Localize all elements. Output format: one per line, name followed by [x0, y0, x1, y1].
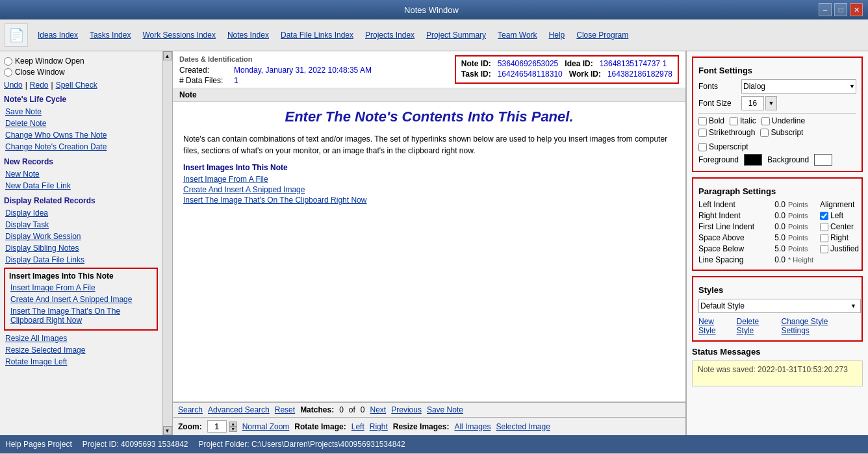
sidebar-item-rotate-image-left[interactable]: Rotate Image Left: [4, 357, 158, 367]
left-align-checkbox[interactable]: [820, 212, 828, 220]
note-content[interactable]: Enter The Note's Contents Into This Pane…: [173, 102, 685, 212]
status-messages-title: Status Messages: [692, 347, 863, 357]
right-indent-points: Points: [788, 212, 817, 220]
delete-style-btn[interactable]: Delete Style: [737, 317, 778, 335]
justified-align-checkbox[interactable]: [820, 245, 828, 253]
sidebar-item-display-task[interactable]: Display Task: [4, 220, 158, 230]
zoom-up-btn[interactable]: ▲: [229, 422, 237, 427]
background-swatch[interactable]: [814, 154, 832, 166]
bold-checkbox[interactable]: [698, 117, 707, 125]
rotate-left-link[interactable]: Left: [351, 422, 364, 431]
selected-image-link[interactable]: Selected Image: [496, 422, 550, 431]
foreground-swatch[interactable]: [744, 154, 762, 166]
center-content: Note ID: 53640692653025 Idea ID: 1364813…: [173, 51, 686, 435]
menu-item-work-sessions-index[interactable]: Work Sessions Index: [137, 29, 221, 41]
spell-check-link[interactable]: Spell Check: [56, 81, 97, 90]
reset-link[interactable]: Reset: [275, 405, 295, 414]
sidebar-item-resize-all-images[interactable]: Resize All Images: [4, 333, 158, 344]
first-line-indent-label: First Line Indent: [698, 222, 757, 231]
sidebar-item-display-sibling-notes[interactable]: Display Sibling Notes: [4, 243, 158, 253]
maximize-button[interactable]: □: [834, 3, 847, 16]
sidebar-item-insert-image-file[interactable]: Insert Image From A File: [9, 283, 153, 293]
task-id-row: Task ID: 164246548118310 Work ID: 164382…: [461, 69, 672, 79]
redo-link[interactable]: Redo: [30, 81, 49, 90]
rotate-right-link[interactable]: Right: [370, 422, 388, 431]
bold-checkbox-item[interactable]: Bold: [698, 116, 724, 125]
note-section: Note Enter The Note's Contents Into This…: [173, 88, 685, 401]
keep-window-radio[interactable]: Keep Window Open: [4, 57, 158, 66]
scroll-down-arrow[interactable]: ▼: [163, 426, 172, 435]
note-insert-link-1[interactable]: Insert Image From A File: [183, 175, 675, 184]
right-align-checkbox[interactable]: [820, 234, 828, 242]
menu-item-team-work[interactable]: Team Work: [492, 29, 542, 41]
left-align-cb-item[interactable]: Left: [820, 211, 868, 220]
zoom-down-btn[interactable]: ▼: [229, 427, 237, 432]
new-style-btn[interactable]: New Style: [698, 317, 733, 335]
zoom-control[interactable]: ▲ ▼: [207, 420, 237, 433]
normal-zoom-link[interactable]: Normal Zoom: [242, 422, 290, 431]
center-align-cb-item[interactable]: Center: [820, 222, 868, 231]
menu-item-tasks-index[interactable]: Tasks Index: [84, 29, 136, 41]
font-size-input[interactable]: [741, 96, 764, 110]
note-insert-link-3[interactable]: Insert The Image That's On The Clipboard…: [183, 195, 675, 205]
menu-item-notes-index[interactable]: Notes Index: [222, 29, 274, 41]
change-style-settings-btn[interactable]: Change Style Settings: [782, 317, 857, 335]
undo-link[interactable]: Undo: [4, 81, 23, 90]
menu-item-help[interactable]: Help: [544, 29, 570, 41]
center-align-checkbox[interactable]: [820, 223, 828, 231]
sidebar-item-display-work-session[interactable]: Display Work Session: [4, 231, 158, 242]
superscript-checkbox[interactable]: [698, 143, 707, 151]
keep-window-radio-input[interactable]: [4, 57, 12, 66]
search-link[interactable]: Search: [178, 405, 203, 414]
note-header: Note: [173, 88, 685, 102]
note-id-value: 53640692653025: [498, 59, 558, 68]
font-settings-title: Font Settings: [698, 66, 856, 75]
zoom-input[interactable]: [207, 420, 227, 433]
sidebar-item-new-data-file-link[interactable]: New Data File Link: [4, 181, 158, 191]
strikethrough-checkbox[interactable]: [698, 129, 707, 137]
menu-item-ideas-index[interactable]: Ideas Index: [32, 29, 83, 41]
close-window-radio-input[interactable]: [4, 68, 12, 77]
menu-item-projects-index[interactable]: Projects Index: [360, 29, 420, 41]
vertical-scrollbar[interactable]: ▲ ▼: [162, 51, 173, 435]
underline-checkbox-item[interactable]: Underline: [761, 116, 805, 125]
save-note-link[interactable]: Save Note: [427, 405, 463, 414]
all-images-link[interactable]: All Images: [454, 422, 491, 431]
sidebar-item-change-owner[interactable]: Change Who Owns The Note: [4, 130, 158, 140]
menu-item-close-program[interactable]: Close Program: [571, 29, 633, 41]
menu-item-data-file-links-index[interactable]: Data File Links Index: [275, 29, 359, 41]
close-window-radio[interactable]: Close Window: [4, 68, 158, 77]
italic-checkbox-item[interactable]: Italic: [730, 116, 756, 125]
sidebar-item-display-idea[interactable]: Display Idea: [4, 208, 158, 218]
advanced-search-link[interactable]: Advanced Search: [208, 405, 270, 414]
sidebar-item-change-creation-date[interactable]: Change Note's Creation Date: [4, 142, 158, 152]
styles-select[interactable]: Default Style: [698, 299, 861, 313]
previous-link[interactable]: Previous: [391, 405, 422, 414]
next-link[interactable]: Next: [370, 405, 387, 414]
right-align-cb-item[interactable]: Right: [820, 233, 868, 242]
color-row: Foreground Background: [698, 154, 856, 166]
italic-checkbox[interactable]: [730, 117, 738, 125]
minimize-button[interactable]: –: [819, 3, 832, 16]
menu-item-project-summary[interactable]: Project Summary: [421, 29, 491, 41]
close-button[interactable]: ✕: [850, 3, 863, 16]
sidebar-item-delete-note[interactable]: Delete Note: [4, 118, 158, 129]
sidebar-item-insert-clipboard-image[interactable]: Insert The Image That's On The Clipboard…: [9, 306, 153, 325]
sidebar-item-save-note[interactable]: Save Note: [4, 107, 158, 117]
sidebar-item-create-snipped-image[interactable]: Create And Insert A Snipped Image: [9, 294, 153, 305]
subscript-checkbox-item[interactable]: Subscript: [760, 128, 803, 137]
strikethrough-checkbox-item[interactable]: Strikethrough: [698, 128, 755, 137]
left-indent-label: Left Indent: [698, 200, 757, 209]
font-size-dropdown[interactable]: ▼: [765, 96, 777, 110]
fonts-select[interactable]: Dialog: [741, 79, 856, 94]
sidebar-item-display-data-file-links[interactable]: Display Data File Links: [4, 255, 158, 265]
scroll-up-arrow[interactable]: ▲: [163, 51, 172, 60]
note-insert-link-2[interactable]: Create And Insert A Snipped Image: [183, 185, 675, 194]
underline-checkbox[interactable]: [761, 117, 770, 125]
close-window-label: Close Window: [15, 68, 65, 77]
sidebar-item-resize-selected-image[interactable]: Resize Selected Image: [4, 345, 158, 355]
superscript-checkbox-item[interactable]: Superscript: [698, 142, 748, 151]
justified-align-cb-item[interactable]: Justified: [820, 244, 868, 253]
subscript-checkbox[interactable]: [760, 129, 769, 137]
sidebar-item-new-note[interactable]: New Note: [4, 169, 158, 179]
